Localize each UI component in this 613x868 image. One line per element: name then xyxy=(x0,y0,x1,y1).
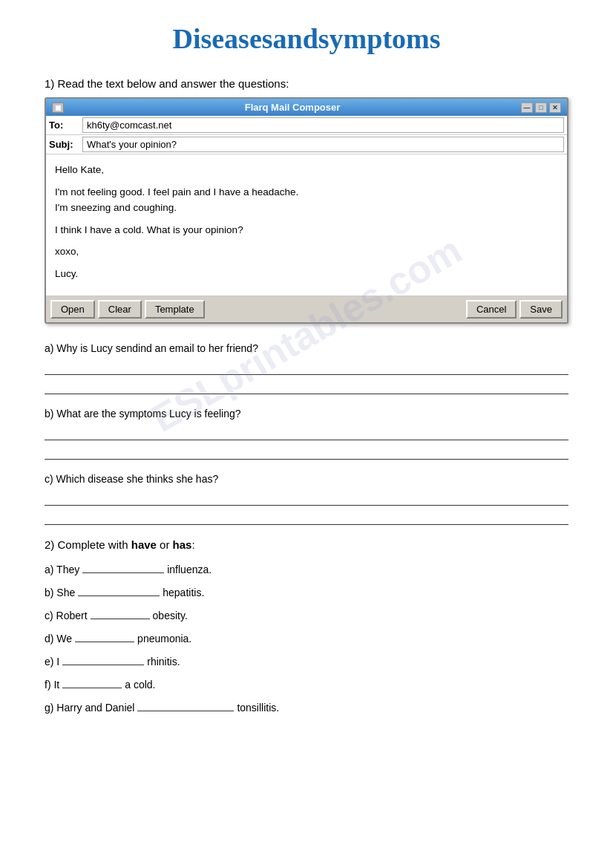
mail-paragraph2: I think I have a cold. What is your opin… xyxy=(55,222,558,238)
answer-c-line2 xyxy=(45,510,568,525)
fill-a-suffix: influenza. xyxy=(167,564,212,575)
answer-a-line1 xyxy=(45,360,568,375)
question-a-block: a) Why is Lucy sendind an email to her f… xyxy=(45,342,568,394)
fill-c-suffix: obesity. xyxy=(153,610,188,621)
fill-e-blank xyxy=(62,652,144,665)
clear-button[interactable]: Clear xyxy=(98,300,142,319)
fill-f-prefix: f) It xyxy=(45,679,59,691)
fill-b-blank xyxy=(78,583,160,596)
subj-label: Subj: xyxy=(49,139,82,150)
minimize-button[interactable]: — xyxy=(521,102,533,113)
page-title: Diseasesandsymptoms xyxy=(45,15,568,55)
to-label: To: xyxy=(49,120,82,131)
question-c-text: c) Which disease she thinks she has? xyxy=(45,473,568,485)
question-b-block: b) What are the symptoms Lucy is feeling… xyxy=(45,408,568,460)
fill-d-prefix: d) We xyxy=(45,633,72,645)
mail-toolbar: Open Clear Template Cancel Save xyxy=(46,296,567,322)
section1-label: 1) Read the text below and answer the qu… xyxy=(45,77,568,90)
to-input[interactable] xyxy=(82,117,564,133)
window-controls: — □ ✕ xyxy=(521,102,561,113)
fill-g-prefix: g) Harry and Daniel xyxy=(45,702,134,714)
mail-body: Hello Kate, I'm not feeling good. I feel… xyxy=(46,154,567,296)
mail-closing: xoxo, xyxy=(55,244,558,260)
subj-field-row: Subj: xyxy=(46,135,567,154)
fill-item-a: a) They influenza. xyxy=(45,560,568,575)
answer-b-line2 xyxy=(45,445,568,460)
fill-d-suffix: pneumonia. xyxy=(137,633,191,645)
fill-item-b: b) She hepatitis. xyxy=(45,583,568,598)
fill-item-c: c) Robert obesity. xyxy=(45,606,568,621)
fill-d-blank xyxy=(75,629,134,642)
question-b-text: b) What are the symptoms Lucy is feeling… xyxy=(45,408,568,420)
to-field-row: To: xyxy=(46,116,567,135)
answer-c-line1 xyxy=(45,491,568,506)
fill-item-e: e) I rhinitis. xyxy=(45,652,568,668)
window-menu-icon[interactable]: ▣ xyxy=(52,102,64,113)
fill-item-f: f) It a cold. xyxy=(45,675,568,691)
fill-e-prefix: e) I xyxy=(45,656,59,668)
maximize-button[interactable]: □ xyxy=(535,102,547,113)
fill-item-d: d) We pneumonia. xyxy=(45,629,568,645)
cancel-button[interactable]: Cancel xyxy=(466,300,517,319)
fill-g-suffix: tonsillitis. xyxy=(237,702,279,714)
mail-composer-window: ▣ Flarq Mail Composer — □ ✕ To: Subj: He… xyxy=(45,97,568,324)
open-button[interactable]: Open xyxy=(50,300,95,319)
fill-f-blank xyxy=(62,675,122,688)
mail-greeting: Hello Kate, xyxy=(55,162,558,178)
mail-signature: Lucy. xyxy=(55,266,558,282)
fill-item-g: g) Harry and Daniel tonsillitis. xyxy=(45,698,568,714)
question-c-block: c) Which disease she thinks she has? xyxy=(45,473,568,525)
close-button[interactable]: ✕ xyxy=(549,102,561,113)
mail-window-title: Flarq Mail Composer xyxy=(245,102,341,113)
fill-a-blank xyxy=(82,560,164,573)
fill-c-blank xyxy=(91,606,150,619)
mail-titlebar: ▣ Flarq Mail Composer — □ ✕ xyxy=(46,99,567,116)
fill-e-suffix: rhinitis. xyxy=(147,656,180,668)
fill-a-prefix: a) They xyxy=(45,564,79,575)
answer-a-line2 xyxy=(45,379,568,394)
save-button[interactable]: Save xyxy=(519,300,563,319)
template-button[interactable]: Template xyxy=(145,300,205,319)
question-a-text: a) Why is Lucy sendind an email to her f… xyxy=(45,342,568,354)
fill-c-prefix: c) Robert xyxy=(45,610,88,621)
fill-b-suffix: hepatitis. xyxy=(163,587,204,598)
fill-g-blank xyxy=(137,698,234,711)
fill-b-prefix: b) She xyxy=(45,587,75,598)
subj-input[interactable] xyxy=(82,137,564,152)
mail-paragraph1: I'm not feeling good. I feel pain and I … xyxy=(55,184,558,216)
fill-f-suffix: a cold. xyxy=(125,679,155,691)
answer-b-line1 xyxy=(45,425,568,440)
section2-label: 2) Complete with have or has: xyxy=(45,538,568,551)
